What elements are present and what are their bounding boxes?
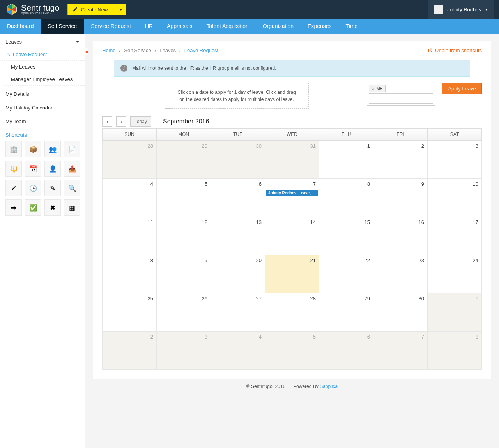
building-icon[interactable]: 🏢 <box>5 141 22 157</box>
create-new-button[interactable]: Create New <box>67 4 126 15</box>
calendar-cell[interactable]: 7 <box>373 332 428 370</box>
doc-edit-icon[interactable]: ✎ <box>44 180 61 196</box>
calendar-cell[interactable]: 30 <box>373 293 428 332</box>
user-forward-icon[interactable]: ➡ <box>5 199 22 216</box>
calendar-day-number: 28 <box>148 143 153 149</box>
apply-leave-button[interactable]: Apply Leave <box>442 83 482 94</box>
calendar-cell[interactable]: 5 <box>265 332 319 370</box>
layout: ◀ Leaves ↘Leave RequestMy LeavesManager … <box>0 34 499 448</box>
sidebar-item-my-leaves[interactable]: My Leaves <box>4 61 85 73</box>
calendar-cell[interactable]: 2 <box>373 141 428 179</box>
doc-search-icon[interactable]: 🔍 <box>64 180 80 196</box>
user-menu[interactable]: Johnty Rodhes <box>428 0 494 19</box>
calendar-cell[interactable]: 4 <box>211 332 265 370</box>
calendar-cell[interactable]: 4 <box>103 179 157 217</box>
filter-search[interactable] <box>369 93 433 104</box>
doc-x-icon[interactable]: ✖ <box>44 199 61 216</box>
nav-item-dashboard[interactable]: Dashboard <box>0 19 41 34</box>
filter-tag-box[interactable]: ✕ ME <box>367 83 435 106</box>
calendar-cell[interactable]: 24 <box>428 255 482 293</box>
calendar-cell[interactable]: 18 <box>103 255 157 293</box>
calendar-day-number: 29 <box>365 296 370 302</box>
nav-item-service-request[interactable]: Service Request <box>84 19 138 34</box>
calendar: SUNMONTUEWEDTHUFRISAT 282930311234567Joh… <box>102 128 482 370</box>
nav-item-appraisals[interactable]: Appraisals <box>160 19 199 34</box>
nav-item-expenses[interactable]: Expenses <box>301 19 338 34</box>
sidebar-item-my-details[interactable]: My Details <box>0 88 85 100</box>
calendar-cell[interactable]: 22 <box>319 255 373 293</box>
filter-search-input[interactable] <box>372 96 430 101</box>
calendar-cell[interactable]: 15 <box>319 217 373 255</box>
calendar-cell[interactable]: 13 <box>211 217 265 255</box>
calendar-cell[interactable]: 11 <box>103 217 157 255</box>
nav-item-hr[interactable]: HR <box>138 19 160 34</box>
calendar-cell[interactable]: 26 <box>157 293 211 332</box>
calendar-day-number: 3 <box>205 334 207 340</box>
package-icon[interactable]: 📦 <box>25 141 41 157</box>
sidebar-item-manager-employee-leaves[interactable]: Manager Employee Leaves <box>4 73 85 86</box>
breadcrumb-home[interactable]: Home <box>102 48 116 53</box>
calendar-cell[interactable]: 9 <box>373 179 428 217</box>
calendar-cell[interactable]: 2 <box>103 332 157 370</box>
calendar-cell[interactable]: 14 <box>265 217 319 255</box>
calendar-cell[interactable]: 31 <box>265 141 319 179</box>
logo[interactable]: Sentrifugo open source HRMS <box>5 3 60 16</box>
org-icon[interactable]: 🔱 <box>5 161 22 177</box>
doc-user-icon[interactable]: 📄 <box>64 141 80 157</box>
calendar-cell[interactable]: 3 <box>157 332 211 370</box>
calendar-cell[interactable]: 8 <box>319 179 373 217</box>
calendar-cell[interactable]: 25 <box>103 293 157 332</box>
calendar-cell[interactable]: 28 <box>103 141 157 179</box>
nav-item-time[interactable]: Time <box>339 19 365 34</box>
calendar-cell[interactable]: 29 <box>319 293 373 332</box>
calendar-cell[interactable]: 21 <box>265 255 319 293</box>
calendar-day-number: 8 <box>367 181 370 187</box>
sidebar: ◀ Leaves ↘Leave RequestMy LeavesManager … <box>0 34 85 448</box>
calendar-cell[interactable]: 5 <box>157 179 211 217</box>
users-icon[interactable]: 👥 <box>44 141 61 157</box>
calendar-next-button[interactable]: › <box>116 116 126 127</box>
doc-forward-icon[interactable]: 📤 <box>64 161 80 177</box>
nav-item-talent-acquisition[interactable]: Talent Acquisition <box>200 19 256 34</box>
calendar-cell[interactable]: 10 <box>428 179 482 217</box>
calendar-today-button[interactable]: Today <box>130 116 151 127</box>
sidebar-item-leave-request[interactable]: ↘Leave Request <box>0 48 85 61</box>
calendar-cell[interactable]: 1 <box>319 141 373 179</box>
calendar-user-icon[interactable]: 📅 <box>25 161 41 177</box>
calendar-cell[interactable]: 6 <box>319 332 373 370</box>
sidebar-item-my-team[interactable]: My Team <box>0 115 85 127</box>
calendar-day-header: SUN <box>103 129 157 141</box>
sidebar-item-my-holiday-calendar[interactable]: My Holiday Calendar <box>0 102 85 114</box>
calendar-cell[interactable]: 3 <box>428 141 482 179</box>
doc-clock-icon[interactable]: 🕒 <box>25 180 41 196</box>
nav-item-self-service[interactable]: Self Service <box>41 19 84 34</box>
calendar-cell[interactable]: 19 <box>157 255 211 293</box>
calendar-cell[interactable]: 12 <box>157 217 211 255</box>
calendar-cell[interactable]: 28 <box>265 293 319 332</box>
calendar-cell[interactable]: 1 <box>428 293 482 332</box>
unpin-shortcut-button[interactable]: Unpin from shortcuts <box>427 48 482 53</box>
calendar-cell[interactable]: 7Johnty Rodhes, Leave, (P) <box>265 179 319 217</box>
calendar-cell[interactable]: 17 <box>428 217 482 255</box>
nav-item-organization[interactable]: Organization <box>256 19 301 34</box>
calendar-event[interactable]: Johnty Rodhes, Leave, (P) <box>266 190 318 196</box>
grid-icon[interactable]: ▦ <box>64 199 80 216</box>
footer-powered-link[interactable]: Sapplica <box>320 384 338 389</box>
add-user-icon[interactable]: 👤 <box>44 161 61 177</box>
calendar-cell[interactable]: 20 <box>211 255 265 293</box>
doc-check-icon[interactable]: ✅ <box>25 199 41 216</box>
calendar-cell[interactable]: 29 <box>157 141 211 179</box>
sidebar-collapse-handle[interactable]: ◀ <box>85 48 88 55</box>
calendar-cell[interactable]: 6 <box>211 179 265 217</box>
calendar-cell[interactable]: 16 <box>373 217 428 255</box>
calendar-cell[interactable]: 27 <box>211 293 265 332</box>
logo-text: Sentrifugo open source HRMS <box>21 4 60 15</box>
calendar-prev-button[interactable]: ‹ <box>102 116 112 127</box>
calendar-cell[interactable]: 30 <box>211 141 265 179</box>
calendar-cell[interactable]: 8 <box>428 332 482 370</box>
remove-tag-icon[interactable]: ✕ <box>372 86 375 91</box>
sidebar-section-leaves[interactable]: Leaves <box>0 36 85 48</box>
calendar-cell[interactable]: 23 <box>373 255 428 293</box>
doc-check-icon: ✅ <box>29 203 37 212</box>
user-check-icon[interactable]: ✔ <box>5 180 22 196</box>
